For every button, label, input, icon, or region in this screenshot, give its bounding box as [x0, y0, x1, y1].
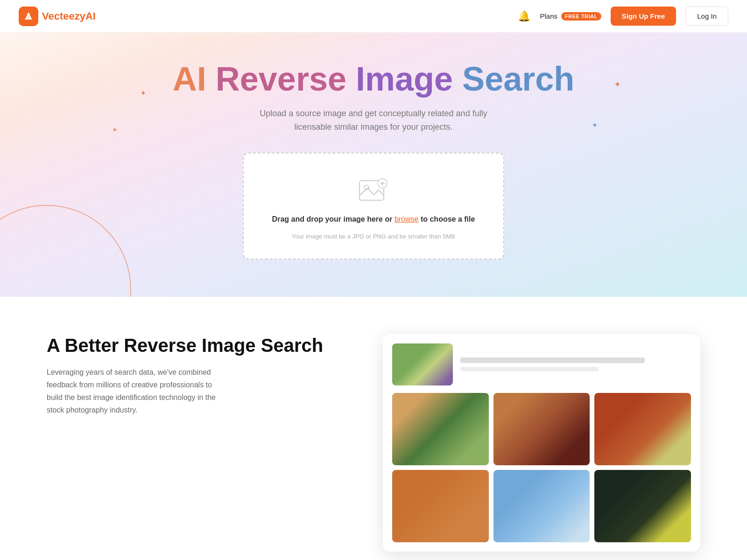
grid-result-2[interactable] [493, 393, 590, 465]
sparkle-icon-3: ✦ [112, 126, 118, 133]
svg-point-6 [0, 205, 131, 297]
title-ai: AI [173, 60, 206, 98]
plans-nav-link[interactable]: Plans FREE TRIAL [540, 12, 601, 21]
free-trial-badge: FREE TRIAL [561, 12, 601, 21]
grid-text-placeholder-2 [460, 367, 599, 371]
svg-point-0 [27, 13, 30, 16]
section-better-search: A Better Reverse Image Search Leveraging… [0, 297, 747, 560]
grid-result-1[interactable] [392, 393, 489, 465]
hero-section: ✦ ✦ ✦ ✦ AI Reverse Image Search Upload a… [0, 33, 747, 297]
grid-result-5[interactable] [493, 470, 590, 542]
upload-dropzone[interactable]: Drag and drop your image here or browse … [243, 153, 504, 259]
grid-results [392, 393, 691, 542]
title-image: Image [356, 60, 453, 98]
upload-image-icon [357, 177, 390, 205]
grid-result-6[interactable] [594, 470, 691, 542]
upload-hint: Your image must be a JPG or PNG and be s… [262, 233, 485, 240]
signup-button[interactable]: Sign Up Free [611, 7, 677, 26]
logo[interactable]: VecteezyAI [19, 7, 96, 26]
logo-wordmark: VecteezyAI [42, 10, 96, 22]
sparkle-icon-2: ✦ [614, 79, 621, 90]
title-reverse: Reverse [216, 60, 346, 98]
grid-featured-text [460, 357, 691, 371]
upload-icon-wrap [262, 177, 485, 207]
section2-description: Leveraging years of search data, we've c… [47, 366, 224, 417]
upload-instructions: Drag and drop your image here or browse … [262, 215, 485, 224]
hero-title: AI Reverse Image Search [19, 61, 728, 98]
login-button[interactable]: Log In [685, 7, 728, 26]
grid-featured-row [392, 343, 691, 385]
grid-result-4[interactable] [392, 470, 489, 542]
hero-subtitle: Upload a source image and get conceptual… [247, 107, 500, 134]
logo-icon [19, 7, 38, 26]
section2-image-grid [383, 334, 700, 552]
grid-result-3[interactable] [594, 393, 691, 465]
grid-featured-thumbnail [392, 343, 453, 385]
section2-title: A Better Reverse Image Search [47, 334, 345, 357]
nav-actions: 🔔 Plans FREE TRIAL Sign Up Free Log In [518, 7, 728, 26]
browse-link[interactable]: browse [395, 215, 419, 223]
grid-text-placeholder-1 [460, 357, 645, 363]
sparkle-icon-4: ✦ [592, 121, 598, 129]
notification-bell-icon[interactable]: 🔔 [518, 10, 530, 22]
sparkle-icon-1: ✦ [140, 89, 146, 98]
navbar: VecteezyAI 🔔 Plans FREE TRIAL Sign Up Fr… [0, 0, 747, 33]
decorative-circles [0, 196, 163, 297]
title-search: Search [462, 60, 574, 98]
section2-text: A Better Reverse Image Search Leveraging… [47, 334, 345, 417]
